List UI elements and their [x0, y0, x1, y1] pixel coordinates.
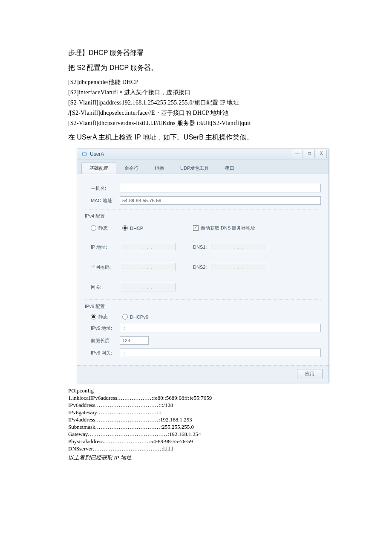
ipconfig-dots: ................................. [97, 409, 157, 416]
dhcpv6-label: DHCPv6 [130, 314, 148, 320]
usera-window: UserA — □ X 基础配置 命令行 组播 UDP发包工具 串口 主机名: … [77, 148, 329, 383]
prefix-input[interactable]: 128 [120, 336, 149, 345]
ipv4-mode-row: 静态 DHCP [91, 225, 176, 231]
ipv4-right-column: 自动获取 DNS 服务器地址 DNS1:. . . DNS2:. . . [193, 221, 267, 295]
ip-input[interactable]: . . . [120, 243, 176, 251]
section-heading-2: 把 S2 配置为 DHCP 服务器。 [68, 64, 324, 73]
dhcpv6-radio[interactable] [122, 314, 128, 320]
app-icon [81, 151, 87, 157]
ipconfig-value: :192.168.1.254 [167, 431, 201, 438]
mac-row: MAC 地址: 54-89-98-55-76-59 [85, 196, 321, 205]
static6-radio[interactable] [91, 314, 96, 320]
ipv6addr-input[interactable]: :: [120, 324, 321, 332]
ipconfig-note: 以上看到已经获取 IP 地址 [68, 454, 324, 462]
hostname-label: 主机名: [91, 185, 120, 192]
ipconfig-key: IPv6gateway [68, 409, 97, 416]
ipconfig-key: Physicaladdress [68, 438, 104, 445]
hostname-input[interactable] [120, 184, 321, 192]
ipconfig-value: :54-89-98-55-76-59 [149, 438, 193, 445]
ipconfig-key: Gateway [68, 431, 88, 438]
ipconfig-dots: .................................... [95, 424, 161, 430]
maximize-button[interactable]: □ [304, 150, 315, 158]
close-button[interactable]: X [316, 150, 327, 158]
gw-input[interactable]: . . . [120, 283, 176, 291]
ipconfig-value: :192.168.1.253 [159, 416, 192, 423]
ipconfig-key: 1.inklocalIPv6address [68, 395, 117, 401]
dhcp-label: DHCP [130, 226, 143, 231]
ipconfig-output: POipconfig 1.inklocalIPv6address........… [68, 387, 324, 462]
ipconfig-value: :::/128 [159, 402, 173, 409]
ipconfig-line: IPv6address.............................… [68, 402, 324, 409]
section-heading-1: 步理】DHCP 服务器部署 [68, 49, 324, 58]
static-radio[interactable] [91, 225, 96, 231]
ipconfig-line: 1.inklocalIPv6address...................… [68, 395, 324, 401]
gw-label: 网关: [91, 284, 120, 291]
dns1-label: DNS1: [193, 244, 211, 250]
ipconfig-line: Physicaladdress.........................… [68, 438, 324, 445]
ipv4-left-column: 静态 DHCP IP 地址:. . . 子网掩码:. . . 网关:. . . [91, 221, 176, 295]
section-heading-3: 在 USerA 主机上检查 IP 地址，如下。USerB 主机操作类似。 [68, 133, 324, 142]
ipv6-mode-row: 静态 DHCPv6 [91, 314, 321, 320]
ipconfig-value: :255.255.255.0 [161, 424, 194, 430]
static-label: 静态 [98, 225, 122, 231]
tab-udp-tool[interactable]: UDP发包工具 [172, 163, 217, 174]
ipconfig-dots: ................... [117, 395, 152, 401]
svg-rect-1 [83, 153, 86, 155]
ipconfig-value: ::: [157, 409, 161, 416]
ipconfig-value: :fe80::5689:98ff:fe55:7659 [152, 395, 212, 401]
autodns-label: 自动获取 DNS 服务器地址 [201, 225, 255, 231]
config-panel: 主机名: MAC 地址: 54-89-98-55-76-59 IPv4 配置 静… [77, 174, 329, 365]
tab-bar: 基础配置 命令行 组播 UDP发包工具 串口 [77, 160, 329, 174]
dns2-input[interactable]: . . . [211, 263, 267, 271]
autodns-checkbox[interactable] [193, 225, 199, 231]
ipv6gw-label: IPv6 网关: [91, 350, 120, 356]
ipconfig-dots: ................................... [95, 402, 159, 409]
dns1-input[interactable]: . . . [211, 243, 267, 251]
ipconfig-key: IPv4address [68, 416, 95, 423]
titlebar: UserA — □ X [77, 148, 329, 160]
code-line: [S2]interfaceVlanifl〃进入某个接口，虚拟接口 [68, 89, 324, 96]
autodns-row: 自动获取 DNS 服务器地址 [193, 225, 267, 231]
ipconfig-key: IPv6address [68, 402, 95, 409]
mac-label: MAC 地址: [91, 198, 120, 204]
window-buttons: — □ X [291, 150, 327, 158]
ipv4-section-header: IPv4 配置 [85, 209, 321, 219]
tab-serial[interactable]: 串口 [217, 163, 242, 174]
ipv6gw-input[interactable]: :: [120, 349, 321, 357]
tab-cli[interactable]: 命令行 [116, 163, 147, 174]
ipconfig-value: :l.l.l.l [161, 445, 173, 452]
document-page: 步理】DHCP 服务器部署 把 S2 配置为 DHCP 服务器。 [S2]dhc… [0, 0, 392, 462]
ipconfig-dots: ......................... [104, 438, 149, 445]
ipconfig-dots: ...................................... [93, 445, 162, 452]
ipconfig-key: DNSserver [68, 445, 93, 452]
ip-label: IP 地址: [91, 244, 120, 250]
prefix-label: 前缀长度: [91, 337, 120, 344]
tab-basic-config[interactable]: 基础配置 [81, 163, 116, 174]
tab-multicast[interactable]: 组播 [147, 163, 172, 174]
mask-input[interactable]: . . . [120, 263, 176, 271]
minimize-button[interactable]: — [292, 150, 303, 158]
code-line: [S2]dhcpenable/他能 DHCP [68, 78, 324, 86]
window-title: UserA [90, 151, 291, 157]
ipconfig-dots: ................................... [95, 416, 159, 423]
code-line: [S2-Vlanifl]dhcpserverdns-listl.l.l.l//E… [68, 119, 324, 127]
dhcp-radio[interactable] [122, 225, 128, 231]
hostname-row: 主机名: [85, 184, 321, 192]
apply-button[interactable]: 应用 [297, 369, 323, 379]
mac-input[interactable]: 54-89-98-55-76-59 [120, 196, 321, 205]
code-line: /[S2-Vlanifl]dhcpselectinterface//E・基于接口… [68, 109, 324, 117]
code-line: [S2-Vlanifl]ipaddress192.168.1.254255.25… [68, 99, 324, 107]
ipconfig-line: DNSserver...............................… [68, 445, 324, 452]
mask-label: 子网掩码: [91, 264, 120, 270]
ipconfig-key: Subnetmask [68, 424, 95, 430]
ipv6-section-header: IPv6 配置 [85, 299, 321, 310]
static6-label: 静态 [98, 314, 122, 320]
ipconfig-dots: ........................................… [88, 431, 167, 438]
ipconfig-line: Subnetmask..............................… [68, 424, 324, 430]
ipconfig-rows: 1.inklocalIPv6address...................… [68, 395, 324, 452]
ipconfig-line: IPv4address.............................… [68, 416, 324, 423]
ipconfig-line: Gateway.................................… [68, 431, 324, 438]
dns2-label: DNS2: [193, 264, 211, 270]
window-footer: 应用 [77, 365, 329, 383]
ipconfig-line: IPv6gateway.............................… [68, 409, 324, 416]
